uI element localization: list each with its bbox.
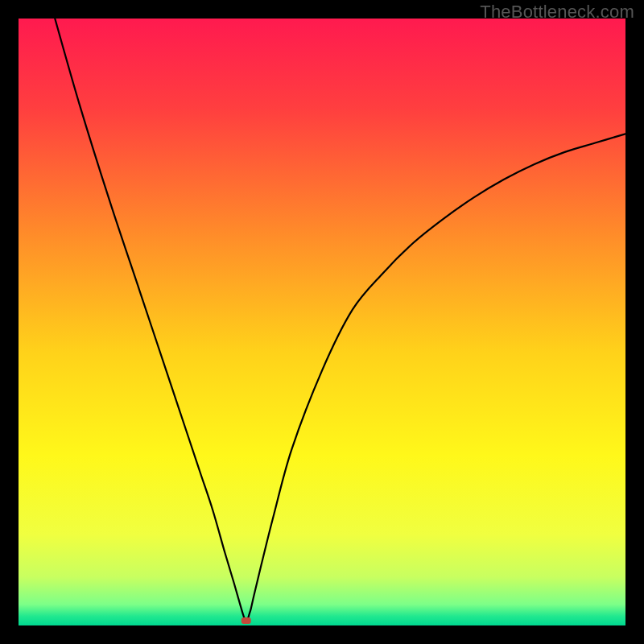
- chart-svg: [19, 19, 625, 625]
- watermark-label: TheBottleneck.com: [480, 2, 634, 23]
- chart-frame: TheBottleneck.com: [0, 0, 644, 644]
- chart-background: [19, 19, 625, 625]
- optimal-marker: [242, 617, 251, 624]
- plot-area: [19, 19, 625, 625]
